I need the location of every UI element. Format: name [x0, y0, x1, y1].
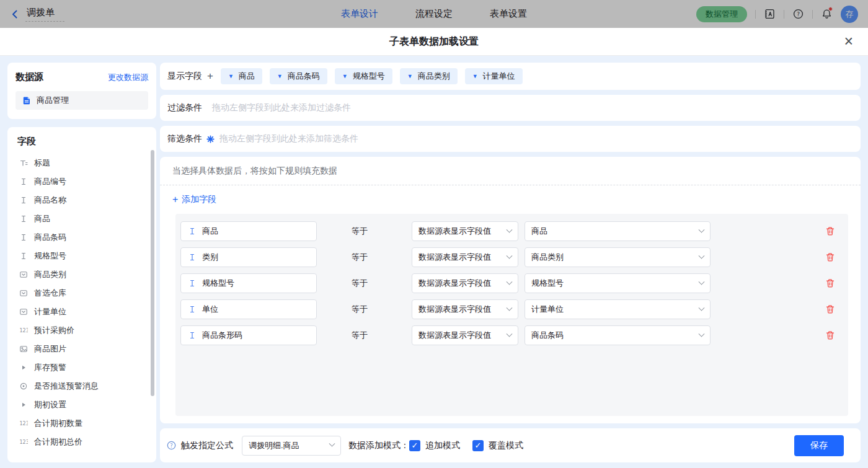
rule-value: 商品条码	[531, 330, 564, 341]
rule-field-box[interactable]: 商品条形码	[180, 325, 317, 345]
field-item[interactable]: 商品编号	[7, 172, 156, 191]
display-field-tag[interactable]: ▼计量单位	[465, 68, 523, 84]
topbar-tab-2[interactable]: 流程设定	[415, 8, 453, 20]
scrollbar-thumb[interactable]	[151, 150, 154, 396]
plus-icon[interactable]: +	[207, 70, 213, 82]
help-icon[interactable]: ?	[792, 8, 804, 20]
field-item-label: 合计期初数量	[34, 418, 82, 429]
title-icon	[19, 159, 29, 167]
field-item-label: 合计期初总价	[34, 436, 82, 448]
number-icon: 123	[19, 438, 29, 446]
field-item[interactable]: 期初设置	[7, 395, 156, 414]
rule-operator: 等于	[352, 304, 368, 315]
close-icon[interactable]: ×	[844, 33, 853, 49]
display-field-tag[interactable]: ▼商品条码	[270, 68, 327, 84]
display-field-tag[interactable]: ▼商品类别	[400, 68, 458, 84]
field-item[interactable]: 标题	[7, 154, 156, 172]
svg-text:123: 123	[20, 421, 29, 426]
rule-source-select[interactable]: 数据源表显示字段值	[412, 273, 518, 293]
filter-drop-zone[interactable]: 过滤条件 拖动左侧字段到此处来添加过滤条件	[160, 95, 861, 121]
text-icon	[188, 253, 197, 262]
display-field-tag[interactable]: ▼商品	[221, 68, 262, 84]
gear-icon[interactable]	[206, 135, 215, 143]
mode-checkbox-label: 覆盖模式	[489, 440, 523, 451]
field-item-label: 是否推送预警消息	[34, 381, 99, 392]
rule-source-select[interactable]: 数据源表显示字段值	[412, 221, 518, 241]
rule-value-select[interactable]: 商品	[525, 221, 711, 241]
checkbox-checked-icon[interactable]: ✓	[409, 440, 420, 451]
mode-checkbox[interactable]: ✓覆盖模式	[472, 440, 523, 451]
field-item-label: 商品	[34, 213, 50, 224]
change-datasource-link[interactable]: 更改数据源	[108, 72, 148, 83]
trash-icon[interactable]	[825, 330, 835, 340]
field-item[interactable]: 商品	[7, 210, 156, 228]
subform-data-load-modal: 子表单数据加载设置 × 数据源 更改数据源 商品管理	[0, 28, 868, 468]
add-field-button[interactable]: + 添加字段	[172, 193, 861, 206]
field-item[interactable]: 商品条码	[7, 228, 156, 247]
left-sidebar: 数据源 更改数据源 商品管理 字段 标题商品编号商品名称商品商品条码规格型号商品…	[7, 63, 156, 462]
field-item-label: 规格型号	[34, 250, 66, 262]
field-item[interactable]: 123合计期初数量	[7, 414, 156, 433]
rule-value-select[interactable]: 规格型号	[525, 273, 711, 293]
field-item[interactable]: 商品图片	[7, 340, 156, 358]
field-item-label: 预计采购价	[34, 325, 74, 336]
rule-source-select[interactable]: 数据源表显示字段值	[412, 299, 518, 319]
rule-value: 商品	[531, 226, 547, 237]
display-field-tag[interactable]: ▼规格型号	[335, 68, 392, 84]
formula-select[interactable]: 调拨明细.商品	[242, 436, 341, 456]
field-item[interactable]: 123合计期初总价	[7, 433, 156, 451]
footer-bar: ? 触发指定公式 调拨明细.商品 数据添加模式： ✓追加模式✓覆盖模式 保存	[160, 428, 861, 462]
data-manage-button[interactable]: 数据管理	[696, 6, 747, 22]
rule-value-select[interactable]: 计量单位	[525, 299, 711, 319]
rule-source-select[interactable]: 数据源表显示字段值	[412, 247, 518, 267]
trash-icon[interactable]	[825, 278, 835, 288]
mode-checkbox[interactable]: ✓追加模式	[409, 440, 460, 451]
field-item-label: 期初设置	[34, 399, 66, 410]
topbar-tab-1[interactable]: 表单设计	[341, 8, 378, 20]
dashed-divider	[160, 185, 861, 185]
rule-value-select[interactable]: 商品条码	[525, 325, 711, 345]
field-item[interactable]: 是否推送预警消息	[7, 377, 156, 395]
screen-drop-zone[interactable]: 筛选条件 拖动左侧字段到此处来添加筛选条件	[160, 126, 861, 152]
checkbox-checked-icon[interactable]: ✓	[472, 440, 484, 451]
rule-field-box[interactable]: 规格型号	[180, 273, 317, 293]
save-button[interactable]: 保存	[794, 435, 844, 456]
field-item[interactable]: 商品类别	[7, 265, 156, 284]
topbar-tab-3[interactable]: 表单设置	[490, 8, 527, 20]
rule-value: 商品类别	[531, 252, 564, 263]
rule-field-label: 商品	[202, 226, 218, 237]
filter-label: 过滤条件	[167, 102, 202, 113]
rule-field-box[interactable]: 商品	[180, 221, 317, 241]
rule-field-label: 单位	[202, 304, 218, 315]
datasource-item[interactable]: 商品管理	[16, 91, 148, 110]
rule-field-box[interactable]: 单位	[180, 299, 317, 319]
field-item[interactable]: 123预计采购价	[7, 321, 156, 340]
chevron-down-icon	[507, 226, 513, 232]
field-item[interactable]: 规格型号	[7, 247, 156, 265]
rule-source-select[interactable]: 数据源表显示字段值	[412, 325, 518, 345]
chevron-down-icon	[507, 330, 513, 337]
modal-header: 子表单数据加载设置 ×	[0, 28, 868, 56]
back-icon[interactable]	[10, 9, 20, 19]
chevron-down-icon	[329, 441, 335, 447]
screen: 调拨单 表单设计流程设定表单设置 数据管理 ? 存 子表单数据加载设置 ×	[0, 0, 868, 468]
trash-icon[interactable]	[825, 304, 835, 314]
rule-value-select[interactable]: 商品类别	[525, 247, 711, 267]
trash-icon[interactable]	[825, 226, 835, 236]
field-item[interactable]: 商品名称	[7, 191, 156, 210]
trash-icon[interactable]	[825, 252, 835, 262]
form-name[interactable]: 调拨单	[25, 7, 64, 22]
rule-row: 规格型号等于数据源表显示字段值规格型号	[180, 273, 848, 293]
dictionary-icon[interactable]	[764, 8, 776, 20]
avatar[interactable]: 存	[841, 6, 858, 23]
help-circle-icon[interactable]: ?	[166, 440, 177, 451]
rule-field-box[interactable]: 类别	[180, 247, 317, 267]
field-item-label: 商品条码	[34, 232, 66, 243]
rule-value: 计量单位	[531, 304, 564, 315]
field-item[interactable]: 计量单位	[7, 302, 156, 321]
field-item[interactable]: 首选仓库	[7, 284, 156, 302]
datasource-item-label: 商品管理	[37, 95, 69, 106]
notification-bell-icon[interactable]	[821, 8, 833, 20]
field-item[interactable]: 库存预警	[7, 358, 156, 377]
number-icon: 123	[19, 419, 29, 428]
